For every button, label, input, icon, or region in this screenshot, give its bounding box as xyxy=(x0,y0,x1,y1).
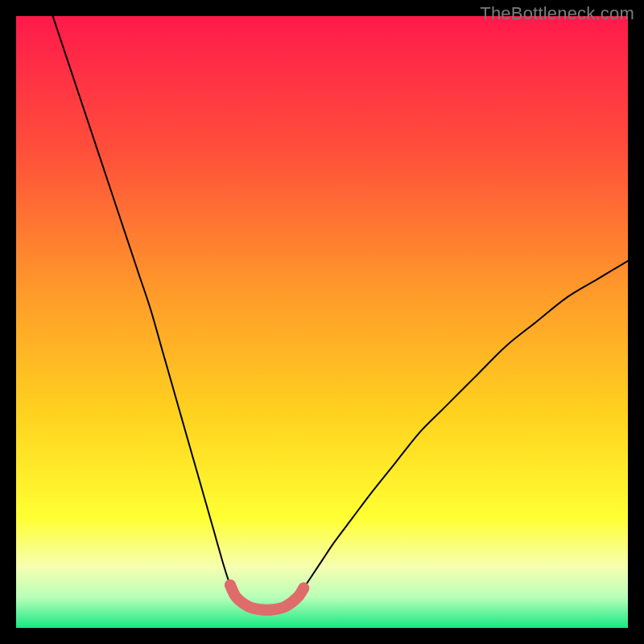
chart-frame: TheBottleneck.com xyxy=(0,0,644,644)
optimal-range-end-dot xyxy=(298,583,309,594)
watermark-text: TheBottleneck.com xyxy=(480,3,634,24)
bottleneck-plot xyxy=(16,16,628,628)
optimal-range-start-dot xyxy=(225,580,236,591)
